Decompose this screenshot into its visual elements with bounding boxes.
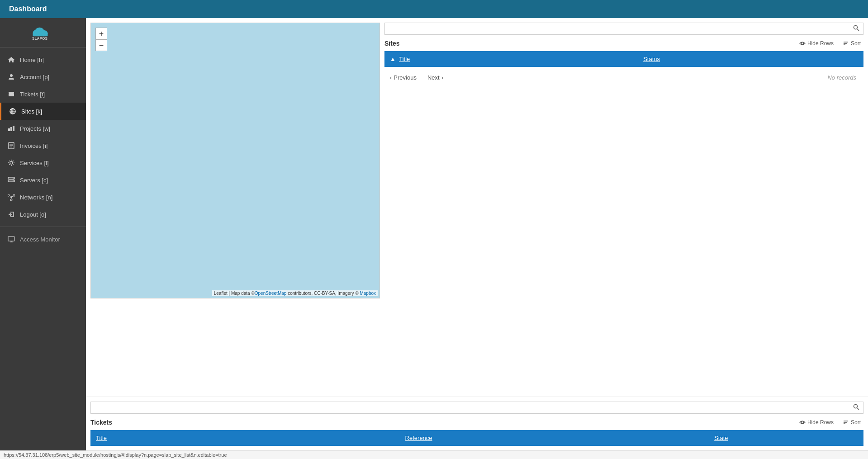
map-zoom-in-button[interactable]: + — [95, 28, 107, 39]
sidebar-item-access-monitor[interactable]: Access Monitor — [0, 231, 86, 248]
tickets-state-sort-link[interactable]: State — [714, 435, 728, 441]
sites-search-button[interactable] — [852, 25, 860, 33]
sites-next-button[interactable]: Next › — [424, 72, 447, 83]
sidebar-item-label: Home [h] — [20, 57, 44, 63]
hide-rows-label: Hide Rows — [807, 419, 834, 426]
tickets-icon — [7, 90, 15, 98]
sites-search-input[interactable] — [388, 25, 852, 32]
svg-line-39 — [857, 408, 859, 410]
sites-panel-header: Sites Hide Rows Sort — [384, 38, 863, 48]
servers-icon — [7, 176, 15, 184]
chevron-left-icon: ‹ — [390, 74, 392, 81]
tickets-panel-actions: Hide Rows Sort — [797, 417, 863, 427]
mapbox-link[interactable]: Mapbox — [360, 291, 376, 296]
sidebar-item-account[interactable]: Account [p] — [0, 68, 86, 85]
sites-pagination: ‹ Previous Next › No records — [384, 67, 863, 88]
tickets-search-button[interactable] — [852, 404, 860, 412]
sites-sort-button[interactable]: Sort — [840, 38, 863, 48]
tickets-title-sort-link[interactable]: Title — [96, 435, 107, 441]
eye-icon — [799, 419, 806, 426]
tickets-sort-button[interactable]: Sort — [840, 417, 863, 427]
chevron-right-icon: › — [441, 74, 443, 81]
tickets-col-reference[interactable]: Reference — [400, 430, 709, 446]
tickets-hide-rows-button[interactable]: Hide Rows — [797, 417, 836, 427]
sidebar-item-label: Servers [c] — [20, 177, 48, 184]
openstreetmap-link[interactable]: OpenStreetMap — [255, 291, 287, 296]
previous-label: Previous — [394, 74, 417, 81]
sidebar-item-label: Services [l] — [20, 160, 49, 166]
tickets-col-title[interactable]: Title — [90, 430, 400, 446]
svg-line-26 — [9, 196, 10, 197]
sites-title-sort-link[interactable]: Title — [399, 56, 410, 62]
sidebar-item-home[interactable]: Home [h] — [0, 51, 86, 68]
map-controls: + − — [95, 28, 107, 51]
sidebar-item-invoices[interactable]: Invoices [i] — [0, 137, 86, 154]
sites-hide-rows-button[interactable]: Hide Rows — [797, 38, 836, 48]
map-zoom-out-button[interactable]: − — [95, 39, 107, 51]
sites-search-bar — [384, 23, 863, 35]
dashboard-title: Dashboard — [9, 5, 47, 13]
svg-rect-3 — [33, 33, 48, 37]
next-label: Next — [427, 74, 440, 81]
svg-line-27 — [12, 196, 13, 197]
tickets-reference-sort-link[interactable]: Reference — [405, 435, 432, 441]
sites-icon — [9, 107, 17, 115]
sidebar-divider — [0, 227, 86, 227]
sidebar-item-servers[interactable]: Servers [c] — [0, 171, 86, 189]
svg-point-25 — [10, 199, 12, 201]
sidebar-item-label: Account [p] — [20, 74, 49, 80]
sidebar-item-sites[interactable]: Sites [k] — [0, 103, 86, 120]
tickets-search-bar — [90, 402, 863, 414]
svg-point-32 — [854, 26, 858, 29]
services-icon — [7, 159, 15, 167]
account-icon — [7, 73, 15, 81]
sidebar-item-label: Logout [o] — [20, 211, 46, 218]
tickets-section: Tickets Hide Rows Sort — [86, 397, 868, 450]
tickets-col-state[interactable]: State — [709, 430, 863, 446]
svg-rect-12 — [13, 126, 14, 131]
monitor-icon — [7, 235, 15, 243]
sidebar-item-label: Access Monitor — [20, 236, 60, 243]
sites-previous-button[interactable]: ‹ Previous — [386, 72, 420, 83]
sort-icon — [843, 419, 849, 426]
sidebar-item-logout[interactable]: Logout [o] — [0, 206, 86, 223]
main-content: + − Leaflet | Map data ©OpenStreetMap co… — [86, 18, 868, 450]
sidebar-item-networks[interactable]: Networks [n] — [0, 189, 86, 206]
svg-point-5 — [10, 74, 13, 77]
tickets-header: Tickets Hide Rows Sort — [90, 417, 863, 427]
svg-line-33 — [857, 29, 859, 31]
slapos-logo-icon: SLAPOS — [29, 24, 57, 42]
svg-point-34 — [801, 43, 803, 45]
sidebar-item-projects[interactable]: Projects [w] — [0, 120, 86, 137]
tickets-search-input[interactable] — [94, 404, 852, 411]
svg-text:SLAPOS: SLAPOS — [32, 37, 47, 41]
home-icon — [7, 56, 15, 64]
svg-point-38 — [854, 405, 858, 408]
search-icon — [853, 25, 859, 31]
sites-table: ▲ Title Status — [384, 51, 863, 67]
map-section: + − Leaflet | Map data ©OpenStreetMap co… — [90, 23, 380, 392]
sites-col-status[interactable]: Status — [638, 51, 863, 67]
invoices-icon — [7, 142, 15, 150]
sidebar-logo: SLAPOS — [0, 18, 86, 47]
svg-point-22 — [10, 196, 12, 198]
sites-panel: Sites Hide Rows Sort — [384, 23, 863, 392]
sidebar-item-label: Tickets [t] — [20, 91, 45, 98]
eye-icon — [799, 40, 806, 47]
sites-col-title[interactable]: ▲ Title — [384, 51, 638, 67]
networks-icon — [7, 193, 15, 201]
content-inner: + − Leaflet | Map data ©OpenStreetMap co… — [86, 18, 868, 397]
svg-rect-29 — [8, 237, 14, 241]
tickets-table: Title Reference State — [90, 430, 863, 446]
svg-point-40 — [801, 421, 803, 424]
svg-point-21 — [13, 180, 14, 181]
sidebar-item-services[interactable]: Services [l] — [0, 154, 86, 171]
sites-status-sort-link[interactable]: Status — [643, 56, 660, 62]
logout-icon — [7, 210, 15, 218]
statusbar: https://54.37.31.108/erp5/web_site_modul… — [0, 450, 868, 459]
sidebar-item-label: Networks [n] — [20, 194, 52, 201]
map-attribution: Leaflet | Map data ©OpenStreetMap contri… — [212, 290, 378, 296]
search-icon — [853, 404, 859, 410]
svg-point-24 — [13, 194, 15, 196]
sidebar-item-tickets[interactable]: Tickets [t] — [0, 85, 86, 103]
